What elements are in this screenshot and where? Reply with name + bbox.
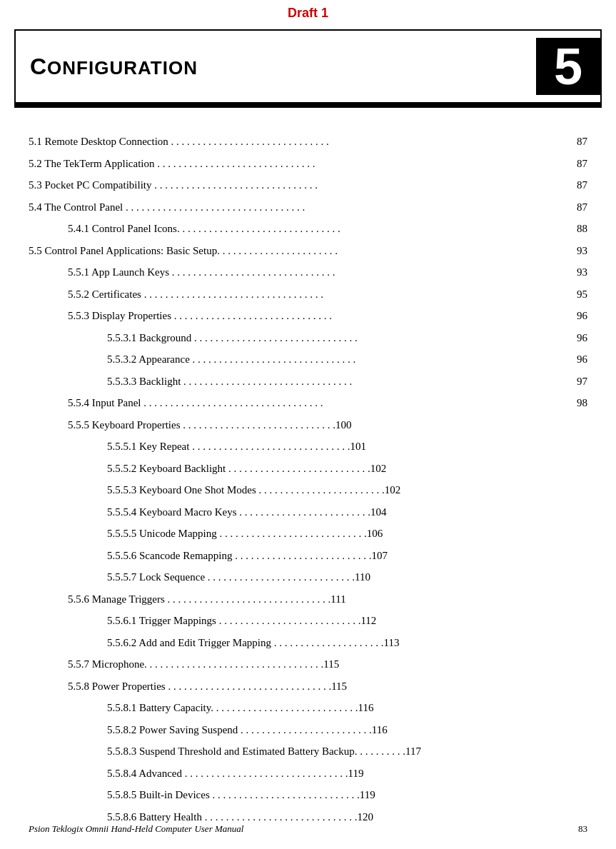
toc-entry-5-5-7: 5.5.7 Microphone. . . . . . . . . . . . …: [29, 656, 587, 673]
toc-entry-5-5-8-3: 5.5.8.3 Suspend Threshold and Estimated …: [29, 743, 587, 760]
chapter-underline: [14, 104, 602, 108]
toc-entry-5-5-3-1: 5.5.3.1 Background . . . . . . . . . . .…: [29, 330, 587, 346]
toc-entry-5-5-8-4: 5.5.8.4 Advanced . . . . . . . . . . . .…: [29, 765, 587, 782]
toc-entry-5-5-2: 5.5.2 Certificates . . . . . . . . . . .…: [29, 286, 587, 303]
toc-entry-5-2: 5.2 The TekTerm Application . . . . . . …: [29, 156, 587, 172]
toc-entry-5-5-8: 5.5.8 Power Properties . . . . . . . . .…: [29, 678, 587, 695]
toc-entry-5-5-8-5: 5.5.8.5 Built-in Devices . . . . . . . .…: [29, 787, 587, 803]
toc-entry-5-1: 5.1 Remote Desktop Connection . . . . . …: [29, 134, 587, 150]
draft-label: Draft 1: [0, 0, 616, 24]
toc-entry-5-5-5-7: 5.5.5.7 Lock Sequence . . . . . . . . . …: [29, 569, 587, 586]
toc-entry-5-5-5-3: 5.5.5.3 Keyboard One Shot Modes . . . . …: [29, 482, 587, 498]
toc-entry-5-5-4: 5.5.4 Input Panel . . . . . . . . . . . …: [29, 395, 587, 411]
toc-entry-5-5-5-5: 5.5.5.5 Unicode Mapping . . . . . . . . …: [29, 526, 587, 542]
toc-entry-5-5-8-2: 5.5.8.2 Power Saving Suspend . . . . . .…: [29, 722, 587, 738]
toc-entry-5-5-6-2: 5.5.6.2 Add and Edit Trigger Mapping . .…: [29, 635, 587, 651]
toc-entry-5-5-6: 5.5.6 Manage Triggers . . . . . . . . . …: [29, 591, 587, 608]
chapter-number: 5: [536, 38, 600, 95]
chapter-header: CONFIGURATION 5: [14, 29, 602, 104]
toc-entry-5-5-3: 5.5.3 Display Properties . . . . . . . .…: [29, 308, 587, 324]
toc-entry-5-4: 5.4 The Control Panel . . . . . . . . . …: [29, 199, 587, 216]
toc-container: 5.1 Remote Desktop Connection . . . . . …: [29, 134, 587, 825]
toc-entry-5-5-5-6: 5.5.5.6 Scancode Remapping . . . . . . .…: [29, 548, 587, 564]
toc-entry-5-5-5-4: 5.5.5.4 Keyboard Macro Keys . . . . . . …: [29, 504, 587, 521]
toc-entry-5-5: 5.5 Control Panel Applications: Basic Se…: [29, 243, 587, 259]
footer-page-number: 83: [578, 823, 587, 835]
toc-entry-5-3: 5.3 Pocket PC Compatibility . . . . . . …: [29, 177, 587, 194]
toc-entry-5-5-8-6: 5.5.8.6 Battery Health . . . . . . . . .…: [29, 809, 587, 825]
toc-entry-5-5-8-1: 5.5.8.1 Battery Capacity. . . . . . . . …: [29, 700, 587, 716]
toc-entry-5-5-3-2: 5.5.3.2 Appearance . . . . . . . . . . .…: [29, 351, 587, 368]
toc-entry-5-5-6-1: 5.5.6.1 Trigger Mappings . . . . . . . .…: [29, 613, 587, 629]
toc-entry-5-5-1: 5.5.1 App Launch Keys . . . . . . . . . …: [29, 264, 587, 281]
toc-entry-5-4-1: 5.4.1 Control Panel Icons. . . . . . . .…: [29, 221, 587, 237]
toc-entry-5-5-5: 5.5.5 Keyboard Properties . . . . . . . …: [29, 417, 587, 433]
footer-title: Psion Teklogix Omnii Hand-Held Computer …: [29, 823, 243, 835]
toc-entry-5-5-5-1: 5.5.5.1 Key Repeat . . . . . . . . . . .…: [29, 438, 587, 455]
toc-entry-5-5-5-2: 5.5.5.2 Keyboard Backlight . . . . . . .…: [29, 461, 587, 477]
chapter-title: CONFIGURATION: [30, 54, 198, 80]
page-footer: Psion Teklogix Omnii Hand-Held Computer …: [0, 823, 616, 835]
toc-entry-5-5-3-3: 5.5.3.3 Backlight . . . . . . . . . . . …: [29, 373, 587, 390]
